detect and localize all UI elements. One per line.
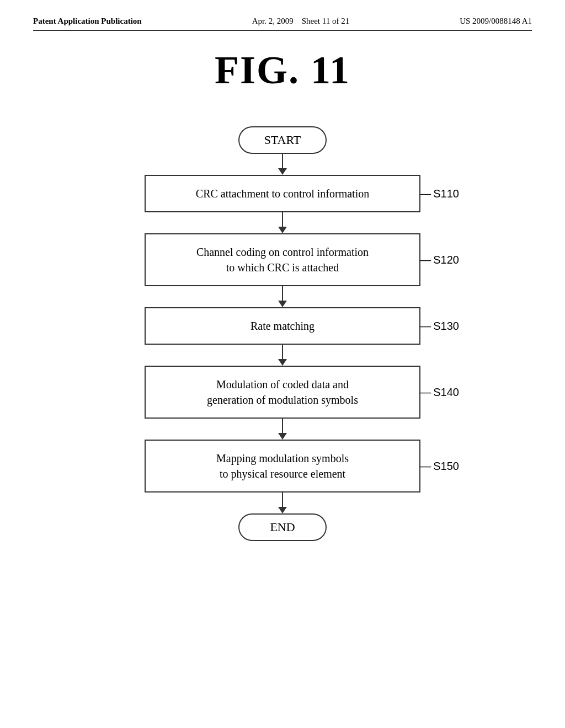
step-s130-text: Rate matching [250,320,315,332]
start-node: START [238,126,327,154]
step-s120-label: S120 [420,254,459,266]
step-row-s120: Channel coding on control informationto … [89,233,476,286]
arrow-head-1 [278,168,287,175]
step-s150-label: S150 [420,460,459,473]
step-s110-text: CRC attachment to control information [196,188,369,200]
arrow-line-5 [282,419,283,433]
arrow-line-6 [282,493,283,507]
sheet-info: Sheet 11 of 21 [302,17,350,25]
arrow-line-1 [282,154,283,168]
page-header: Patent Application Publication Apr. 2, 2… [33,17,532,31]
publication-label: Patent Application Publication [33,17,142,26]
flowchart: START CRC attachment to control informat… [89,126,476,541]
arrow-3 [278,286,287,307]
step-s140-label: S140 [420,386,459,399]
date-sheet: Apr. 2, 2009 Sheet 11 of 21 [252,17,350,26]
step-row-s130: Rate matching S130 [89,307,476,345]
step-s140-text: Modulation of coded data andgeneration o… [207,378,358,406]
arrow-line-2 [282,212,283,227]
arrow-head-5 [278,433,287,440]
step-s150-box: Mapping modulation symbolsto physical re… [145,440,420,493]
step-s140-box: Modulation of coded data andgeneration o… [145,366,420,419]
step-row-s110: CRC attachment to control information S1… [89,175,476,212]
step-s150-text: Mapping modulation symbolsto physical re… [216,452,349,480]
end-node: END [238,513,327,541]
date: Apr. 2, 2009 [252,17,294,25]
figure-title: FIG. 11 [33,47,532,93]
step-s120-box: Channel coding on control informationto … [145,233,420,286]
arrow-4 [278,345,287,366]
patent-number: US 2009/0088148 A1 [460,17,532,26]
arrow-2 [278,212,287,233]
arrow-head-2 [278,227,287,233]
arrow-head-4 [278,359,287,366]
arrow-head-3 [278,301,287,307]
page: Patent Application Publication Apr. 2, 2… [0,0,565,728]
arrow-head-6 [278,507,287,513]
step-row-s140: Modulation of coded data andgeneration o… [89,366,476,419]
arrow-6 [278,493,287,513]
step-s110-box: CRC attachment to control information [145,175,420,212]
arrow-1 [278,154,287,175]
step-s120-text: Channel coding on control informationto … [196,246,369,274]
step-s110-label: S110 [420,188,459,200]
arrow-5 [278,419,287,440]
arrow-line-3 [282,286,283,301]
step-s130-label: S130 [420,320,459,333]
arrow-line-4 [282,345,283,359]
step-row-s150: Mapping modulation symbolsto physical re… [89,440,476,493]
step-s130-box: Rate matching [145,307,420,345]
